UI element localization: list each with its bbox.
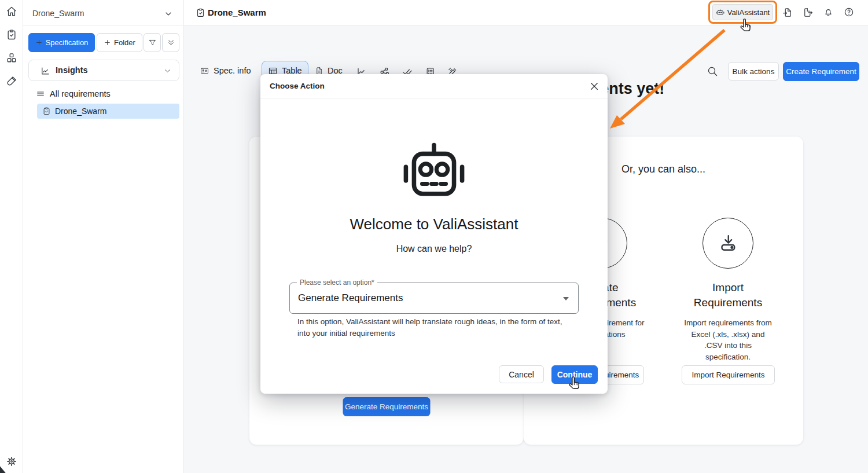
divider — [23, 25, 184, 26]
tab-spec-info-label: Spec. info — [214, 66, 251, 75]
caret-down-icon — [563, 297, 569, 300]
add-specification-button[interactable]: Specification — [28, 33, 95, 52]
specification-icon — [42, 107, 51, 116]
home-icon[interactable] — [6, 6, 17, 17]
icon-rail — [0, 0, 23, 473]
test-bench-icon[interactable] — [6, 75, 17, 87]
help-icon[interactable] — [844, 7, 854, 18]
filter-button[interactable] — [144, 33, 161, 52]
search-icon[interactable] — [707, 65, 718, 77]
import-tray-icon — [718, 233, 738, 254]
action-select[interactable]: Please select an option* Generate Requir… — [289, 283, 579, 314]
import-requirements-option-button[interactable]: Import Requirements — [682, 365, 775, 384]
bulk-actions-button[interactable]: Bulk actions — [728, 62, 779, 80]
add-folder-button[interactable]: Folder — [97, 33, 142, 52]
cancel-button[interactable]: Cancel — [499, 365, 544, 383]
chart-line-icon — [41, 66, 50, 76]
robot-icon — [716, 8, 724, 17]
top-bar: Drone_Swarm ValiAssistant — [184, 0, 868, 25]
notifications-bell-icon[interactable] — [823, 7, 834, 18]
import-option-description: Import requirements from Excel (.xls, .x… — [661, 317, 795, 362]
select-label: Please select an option* — [297, 278, 377, 287]
generate-requirements-button[interactable]: Generate Requirements — [343, 397, 431, 416]
all-requirements-header[interactable]: All requirements — [36, 87, 111, 100]
plus-icon — [104, 39, 111, 46]
select-helper-text: In this option, ValiAssistant will help … — [297, 316, 569, 339]
specification-icon — [196, 8, 205, 18]
annotation-highlight-box: ValiAssistant — [708, 1, 777, 24]
project-selector-label[interactable]: Drone_Swarm — [32, 9, 84, 18]
list-icon — [36, 89, 45, 98]
page-title: Drone_Swarm — [208, 8, 266, 17]
export-document-icon[interactable] — [803, 7, 813, 18]
chevron-down-icon[interactable] — [164, 9, 173, 19]
robot-illustration — [393, 141, 475, 206]
plus-icon — [35, 39, 43, 46]
import-option-circle — [703, 218, 753, 269]
choose-action-modal: Choose Action Welcome to ValiAssistant H… — [260, 74, 608, 394]
close-icon[interactable] — [589, 80, 600, 92]
insights-label: Insights — [56, 65, 88, 75]
modal-header: Choose Action — [260, 74, 608, 98]
chevron-down-icon — [163, 67, 172, 75]
create-requirement-button[interactable]: Create Requirement — [783, 62, 859, 81]
add-folder-label: Folder — [114, 38, 135, 47]
import-option-title: Import Requirements — [679, 280, 777, 310]
welcome-heading: Welcome to ValiAssistant — [260, 215, 608, 233]
settings-gear-icon[interactable] — [6, 456, 17, 467]
sidebar: Drone_Swarm Specification Folder Insight… — [23, 0, 184, 473]
continue-button[interactable]: Continue — [551, 365, 598, 384]
all-requirements-label: All requirements — [50, 89, 111, 98]
collapse-all-button[interactable] — [162, 33, 179, 52]
import-document-icon[interactable] — [782, 7, 793, 18]
tree-item-label: Drone_Swarm — [55, 107, 106, 116]
components-icon[interactable] — [6, 52, 17, 64]
specifications-icon[interactable] — [6, 29, 17, 41]
add-specification-label: Specification — [46, 38, 89, 47]
id-card-icon — [200, 67, 209, 75]
vali-assistant-label: ValiAssistant — [727, 8, 770, 17]
double-chevron-down-icon — [167, 38, 175, 47]
tab-spec-info[interactable]: Spec. info — [194, 61, 257, 80]
tree-item-drone-swarm[interactable]: Drone_Swarm — [37, 104, 179, 119]
select-value: Generate Requirements — [298, 292, 403, 304]
modal-title: Choose Action — [270, 82, 325, 90]
insights-panel-toggle[interactable]: Insights — [28, 60, 179, 81]
filter-funnel-icon — [148, 38, 157, 47]
welcome-subtitle: How can we help? — [260, 244, 608, 254]
vali-assistant-button[interactable]: ValiAssistant — [712, 4, 773, 20]
